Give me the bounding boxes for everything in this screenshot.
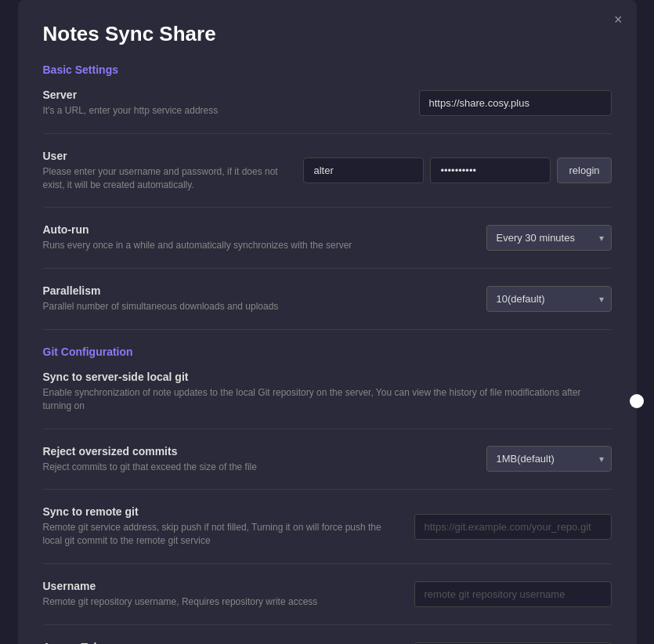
git-configuration-heading: Git Configuration xyxy=(43,346,612,358)
server-label: Server xyxy=(43,89,403,101)
reject-oversized-desc: Reject commits to git that exceed the si… xyxy=(43,461,471,474)
autorun-row: Auto-run Runs every once in a while and … xyxy=(43,223,612,269)
user-info: User Please enter your username and pass… xyxy=(43,150,304,192)
sync-remote-desc: Remote git service address, skip push if… xyxy=(43,521,399,548)
sync-local-row: Sync to server-side local git Enable syn… xyxy=(43,371,612,429)
sync-local-info: Sync to server-side local git Enable syn… xyxy=(43,371,612,413)
git-username-input[interactable] xyxy=(414,581,612,607)
server-input[interactable] xyxy=(419,90,612,116)
access-token-row: AccessToken Remote git repository access… xyxy=(43,641,612,644)
git-username-label: Username xyxy=(43,580,399,592)
sync-remote-row: Sync to remote git Remote git service ad… xyxy=(43,505,612,564)
parallelism-control: 1 2 5 10(default) 20 50 xyxy=(486,286,612,312)
autorun-dropdown[interactable]: Disabled Every 5 minutes Every 10 minute… xyxy=(486,225,612,251)
reject-oversized-dropdown[interactable]: 100KB 500KB 1MB(default) 5MB 10MB Disabl… xyxy=(486,446,612,472)
reject-oversized-info: Reject oversized commits Reject commits … xyxy=(43,445,486,474)
parallelism-label: Parallelism xyxy=(43,284,471,297)
parallelism-dropdown[interactable]: 1 2 5 10(default) 20 50 xyxy=(486,286,612,312)
autorun-info: Auto-run Runs every once in a while and … xyxy=(43,223,486,252)
access-token-info: AccessToken Remote git repository access… xyxy=(43,641,414,644)
reject-oversized-row: Reject oversized commits Reject commits … xyxy=(43,445,612,490)
access-token-label: AccessToken xyxy=(43,641,399,644)
autorun-dropdown-wrapper: Disabled Every 5 minutes Every 10 minute… xyxy=(486,225,612,251)
parallelism-desc: Parallel number of simultaneous download… xyxy=(43,300,471,313)
parallelism-info: Parallelism Parallel number of simultane… xyxy=(43,284,486,313)
server-control xyxy=(419,90,612,116)
git-configuration-section: Git Configuration Sync to server-side lo… xyxy=(43,346,612,644)
parallelism-row: Parallelism Parallel number of simultane… xyxy=(43,284,612,330)
sync-remote-control xyxy=(414,514,612,540)
modal-overlay: × Notes Sync Share Basic Settings Server… xyxy=(0,0,654,644)
basic-settings-heading: Basic Settings xyxy=(43,63,612,76)
autorun-desc: Runs every once in a while and automatic… xyxy=(43,239,471,252)
git-username-row: Username Remote git repository username,… xyxy=(43,580,612,625)
relogin-button[interactable]: relogin xyxy=(557,157,611,183)
user-label: User xyxy=(43,150,288,162)
password-input[interactable] xyxy=(430,157,551,183)
server-row: Server It's a URL, enter your http servi… xyxy=(43,89,612,134)
autorun-control: Disabled Every 5 minutes Every 10 minute… xyxy=(486,225,612,251)
server-info: Server It's a URL, enter your http servi… xyxy=(43,89,419,118)
user-desc: Please enter your username and password,… xyxy=(43,165,288,192)
sync-remote-label: Sync to remote git xyxy=(43,505,399,518)
server-desc: It's a URL, enter your http service addr… xyxy=(43,104,403,118)
sync-remote-input[interactable] xyxy=(414,514,612,540)
autorun-label: Auto-run xyxy=(43,223,471,236)
username-input[interactable] xyxy=(303,157,424,183)
modal: × Notes Sync Share Basic Settings Server… xyxy=(18,0,637,644)
sync-remote-info: Sync to remote git Remote git service ad… xyxy=(43,505,414,548)
git-username-desc: Remote git repository username, Requires… xyxy=(43,595,399,609)
user-control: relogin xyxy=(303,157,611,183)
parallelism-dropdown-wrapper: 1 2 5 10(default) 20 50 xyxy=(486,286,612,312)
reject-oversized-dropdown-wrapper: 100KB 500KB 1MB(default) 5MB 10MB Disabl… xyxy=(486,446,612,472)
reject-oversized-label: Reject oversized commits xyxy=(43,445,471,458)
sync-local-desc: Enable synchronization of note updates t… xyxy=(43,386,596,413)
git-username-info: Username Remote git repository username,… xyxy=(43,580,414,609)
sync-local-label: Sync to server-side local git xyxy=(43,371,596,383)
git-username-control xyxy=(414,581,612,607)
reject-oversized-control: 100KB 500KB 1MB(default) 5MB 10MB Disabl… xyxy=(486,446,612,472)
user-row: User Please enter your username and pass… xyxy=(43,150,612,208)
close-button[interactable]: × xyxy=(609,9,627,30)
modal-title: Notes Sync Share xyxy=(43,22,612,46)
